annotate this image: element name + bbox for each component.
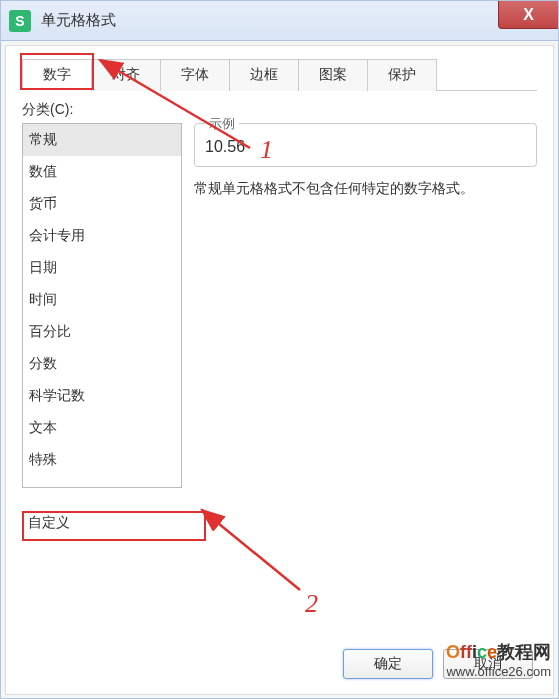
sample-value: 10.56 [205, 138, 526, 156]
tab-align[interactable]: 对齐 [91, 59, 161, 91]
list-item-time[interactable]: 时间 [23, 284, 181, 316]
tab-number[interactable]: 数字 [22, 59, 92, 91]
list-item-currency[interactable]: 货币 [23, 188, 181, 220]
app-icon: S [9, 10, 31, 32]
ok-button[interactable]: 确定 [343, 649, 433, 679]
category-listbox[interactable]: 常规 数值 货币 会计专用 日期 时间 百分比 分数 科学记数 文本 特殊 [22, 123, 182, 488]
watermark: Office教程网 www.office26.com [446, 640, 551, 679]
window-title: 单元格格式 [41, 11, 116, 30]
list-item-fraction[interactable]: 分数 [23, 348, 181, 380]
list-item-general[interactable]: 常规 [23, 124, 181, 156]
watermark-logo: Office教程网 [446, 640, 551, 664]
list-item-accounting[interactable]: 会计专用 [23, 220, 181, 252]
body-area: 常规 数值 货币 会计专用 日期 时间 百分比 分数 科学记数 文本 特殊 示例… [22, 123, 537, 488]
list-item-number[interactable]: 数值 [23, 156, 181, 188]
sample-label: 示例 [205, 115, 239, 133]
list-item-custom[interactable]: 自定义 [28, 514, 70, 532]
list-item-date[interactable]: 日期 [23, 252, 181, 284]
dialog-content: 数字 对齐 字体 边框 图案 保护 分类(C): 常规 数值 货币 会计专用 日… [5, 45, 554, 695]
sample-box: 示例 10.56 [194, 123, 537, 167]
list-item-text[interactable]: 文本 [23, 412, 181, 444]
close-icon: X [523, 6, 534, 24]
list-item-percent[interactable]: 百分比 [23, 316, 181, 348]
tab-pattern[interactable]: 图案 [298, 59, 368, 91]
watermark-url: www.office26.com [446, 664, 551, 679]
list-item-special[interactable]: 特殊 [23, 444, 181, 476]
list-item-scientific[interactable]: 科学记数 [23, 380, 181, 412]
tab-bar: 数字 对齐 字体 边框 图案 保护 [22, 58, 537, 91]
dialog-window: S 单元格格式 X 数字 对齐 字体 边框 图案 保护 分类(C): 常规 数值… [0, 0, 559, 699]
format-description: 常规单元格格式不包含任何特定的数字格式。 [194, 177, 537, 199]
category-label: 分类(C): [22, 101, 537, 119]
tab-border[interactable]: 边框 [229, 59, 299, 91]
tab-protect[interactable]: 保护 [367, 59, 437, 91]
titlebar: S 单元格格式 X [1, 1, 558, 41]
tab-font[interactable]: 字体 [160, 59, 230, 91]
close-button[interactable]: X [498, 1, 558, 29]
right-panel: 示例 10.56 常规单元格格式不包含任何特定的数字格式。 [194, 123, 537, 488]
